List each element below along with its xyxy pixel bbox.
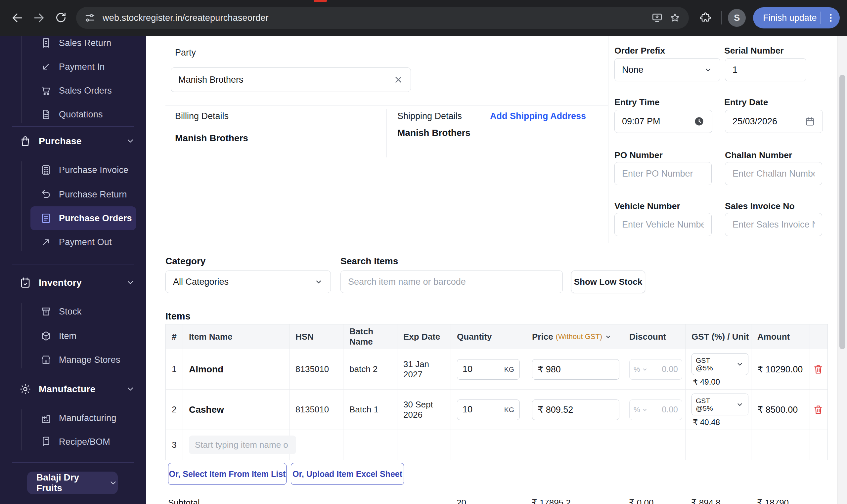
price-input[interactable]: ₹ 809.52: [532, 399, 619, 420]
shipping-party-name: Manish Brothers: [398, 128, 471, 138]
quantity-value: 10: [462, 364, 473, 374]
vehicle-number-field[interactable]: [622, 220, 704, 230]
sidebar-item-purchase-return[interactable]: Purchase Return: [0, 183, 146, 206]
serial-number-input[interactable]: 1: [725, 58, 806, 82]
empty-cell: [623, 430, 686, 460]
sidebar-item-label: Purchase Return: [59, 190, 127, 200]
sidebar-item-sales-orders[interactable]: Sales Orders: [0, 79, 146, 103]
sidebar-navigation: Sales Return Payment In Sales Orders Quo…: [0, 36, 146, 504]
manufacture-icon: [19, 383, 32, 395]
sidebar-section-manufacture[interactable]: Manufacture: [0, 377, 146, 401]
add-shipping-address-link[interactable]: Add Shipping Address: [490, 111, 586, 121]
url-bar[interactable]: web.stockregister.in/createpurchaseorder: [76, 7, 689, 29]
search-items-field[interactable]: [348, 277, 555, 287]
sales-return-icon: [40, 37, 52, 49]
forward-button[interactable]: [29, 8, 49, 28]
challan-number-input[interactable]: [725, 162, 822, 185]
search-items-input[interactable]: [340, 271, 563, 293]
subtotal-price: ₹ 17895.2: [526, 491, 623, 504]
sidebar-item-payment-out[interactable]: Payment Out: [0, 230, 146, 254]
upload-item-excel-button[interactable]: Or, Upload Item Excel Sheet: [291, 463, 404, 485]
sidebar-item-stock[interactable]: Stock: [0, 300, 146, 323]
url-text: web.stockregister.in/createpurchaseorder: [103, 13, 269, 23]
quantity-input[interactable]: 10 KG: [457, 399, 520, 420]
entry-time-input[interactable]: 09:07 PM: [614, 110, 712, 133]
delete-row-button[interactable]: [813, 404, 824, 415]
row-amount: ₹ 10290.00: [752, 349, 810, 389]
item-name: Cashew: [183, 390, 289, 430]
po-number-field[interactable]: [622, 169, 704, 179]
page-scrollbar-track[interactable]: [837, 36, 847, 504]
sidebar-item-recipe-bom[interactable]: Recipe/BOM: [0, 430, 146, 454]
new-item-name-input[interactable]: [189, 435, 296, 454]
sidebar-item-item[interactable]: Item: [0, 324, 146, 348]
sidebar-section-purchase[interactable]: Purchase: [0, 129, 146, 153]
discount-input[interactable]: % 0.00: [629, 399, 682, 420]
sidebar-item-purchase-invoice[interactable]: Purchase Invoice: [0, 158, 146, 182]
store-switcher[interactable]: Balaji Dry Fruits: [27, 472, 118, 494]
sidebar-item-manage-stores[interactable]: Manage Stores: [0, 348, 146, 372]
vehicle-number-input[interactable]: [614, 213, 712, 236]
price-value: ₹ 980: [537, 364, 561, 375]
row-sno: 3: [166, 430, 183, 460]
delete-row-button[interactable]: [813, 364, 824, 375]
po-number-input[interactable]: [614, 162, 712, 185]
chevron-down-icon: [125, 384, 135, 394]
inventory-icon: [19, 276, 32, 289]
sidebar-item-manufacturing[interactable]: Manufacturing: [0, 406, 146, 430]
sidebar-divider: [12, 462, 134, 463]
gst-select[interactable]: GST @5%: [691, 394, 748, 415]
quantity-input[interactable]: 10 KG: [457, 359, 520, 380]
price-mode-caret-icon[interactable]: [604, 333, 612, 341]
challan-number-field[interactable]: [733, 169, 815, 179]
browser-menu-icon[interactable]: [825, 12, 836, 23]
gst-select[interactable]: GST @5%: [691, 353, 748, 375]
sales-invoice-field[interactable]: [733, 220, 815, 230]
install-app-icon[interactable]: [651, 12, 663, 24]
back-icon: [11, 11, 24, 24]
clear-party-icon[interactable]: [393, 75, 403, 85]
tab-activity-indicator: [314, 0, 327, 2]
manufacturing-icon: [40, 412, 52, 424]
finish-update-button[interactable]: Finish update: [753, 7, 840, 29]
entry-date-input[interactable]: 25/03/2026: [725, 110, 823, 133]
order-prefix-value: None: [622, 65, 643, 75]
item-icon: [40, 330, 52, 342]
subtotal-gst: ₹ 894.8: [685, 491, 751, 504]
chevron-down-icon: [125, 136, 135, 146]
sales-invoice-input[interactable]: [725, 213, 822, 236]
site-settings-icon[interactable]: [84, 12, 96, 24]
category-select[interactable]: All Categories: [165, 271, 331, 293]
header-discount: Discount: [623, 324, 686, 349]
discount-unit: %: [634, 406, 640, 414]
sidebar-item-purchase-orders[interactable]: Purchase Orders: [0, 206, 146, 230]
sidebar-section-inventory[interactable]: Inventory: [0, 271, 146, 294]
sidebar-item-label: Recipe/BOM: [59, 437, 110, 447]
price-input[interactable]: ₹ 980: [532, 359, 619, 380]
show-low-stock-button[interactable]: Show Low Stock: [571, 271, 645, 293]
entry-date-label: Entry Date: [724, 97, 768, 107]
extensions-button[interactable]: [695, 8, 715, 28]
clock-icon[interactable]: [693, 116, 705, 127]
select-from-item-list-button[interactable]: Or, Select Item From Item List: [168, 463, 286, 485]
entry-date-value: 25/03/2026: [733, 116, 777, 127]
header-hsn: HSN: [289, 324, 343, 349]
reload-button[interactable]: [51, 8, 71, 28]
page-scrollbar-thumb[interactable]: [840, 75, 845, 349]
bookmark-star-icon[interactable]: [669, 12, 681, 24]
order-prefix-select[interactable]: None: [614, 58, 720, 82]
discount-unit-caret-icon[interactable]: [641, 407, 648, 413]
sidebar-item-label: Manage Stores: [59, 355, 120, 365]
back-button[interactable]: [7, 8, 27, 28]
serial-number-label: Serial Number: [724, 46, 784, 56]
party-input[interactable]: Manish Brothers: [171, 68, 411, 92]
profile-avatar[interactable]: S: [728, 9, 746, 27]
calendar-icon[interactable]: [805, 116, 815, 127]
discount-unit-caret-icon[interactable]: [641, 366, 648, 373]
sidebar-item-quotations[interactable]: Quotations: [0, 103, 146, 126]
discount-input[interactable]: % 0.00: [629, 359, 682, 380]
sidebar-item-sales-return[interactable]: Sales Return: [0, 36, 146, 55]
empty-cell: [289, 430, 343, 460]
sidebar-item-payment-in[interactable]: Payment In: [0, 55, 146, 79]
items-table-header: # Item Name HSN Batch Name Exp Date Quan…: [166, 324, 828, 349]
